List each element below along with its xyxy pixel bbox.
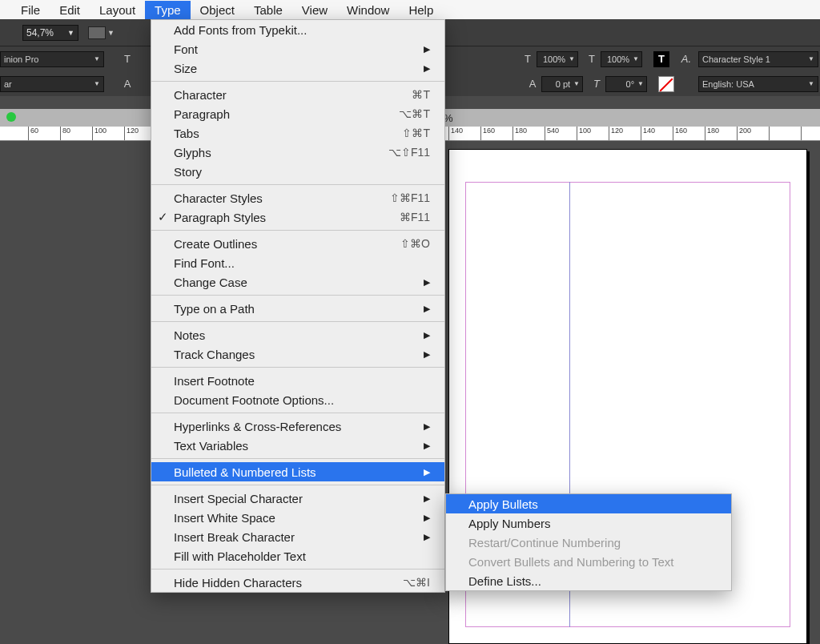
menu-item-label: Change Case: [174, 276, 409, 289]
menu-item[interactable]: Text Variables▶: [151, 436, 444, 455]
ruler-tick: 160: [480, 127, 495, 141]
menu-item-label: Insert Break Character: [174, 530, 409, 544]
ruler-tick: 540: [545, 127, 559, 141]
menu-item-label: Add Fonts from Typekit...: [174, 23, 430, 37]
horizontal-scale-icon: T: [519, 50, 537, 68]
ruler-tick: 200: [737, 127, 751, 141]
menu-item[interactable]: Fill with Placeholder Text: [151, 546, 444, 566]
font-family-select[interactable]: inion Pro▼: [0, 51, 104, 67]
horizontal-scale-input[interactable]: 100%▼: [537, 51, 578, 67]
ruler-tick: [769, 127, 771, 141]
submenu-item-label: Apply Bullets: [468, 497, 717, 511]
menu-item[interactable]: Insert White Space▶: [151, 508, 444, 527]
menu-item[interactable]: Change Case▶: [151, 272, 444, 292]
menu-item-label: Character Styles: [174, 191, 366, 205]
menu-item-label: Paragraph Styles: [174, 211, 376, 224]
menu-item[interactable]: Story: [151, 162, 444, 181]
menu-item-label: Find Font...: [174, 256, 430, 270]
view-options[interactable]: ▼: [88, 26, 115, 39]
stroke-swatch[interactable]: [658, 76, 674, 92]
menu-item[interactable]: Font▶: [151, 39, 444, 58]
character-panel-icon[interactable]: A.: [677, 50, 695, 68]
menu-item-label: Glyphs: [174, 146, 364, 159]
submenu-item-label: Define Lists...: [468, 574, 717, 588]
window-controls[interactable]: [6, 112, 16, 122]
menu-item-shortcut: ⇧⌘O: [376, 237, 430, 250]
menu-window[interactable]: Window: [337, 1, 399, 19]
submenu-item-label: Apply Numbers: [468, 517, 717, 530]
font-style-value: ar: [4, 79, 12, 89]
leading-icon: A: [119, 75, 136, 93]
type-dropdown-menu: Add Fonts from Typekit...Font▶Size▶Chara…: [151, 19, 445, 593]
vertical-scale-input[interactable]: 100%▼: [601, 51, 642, 67]
menu-item-shortcut: ⌘T: [388, 88, 430, 101]
font-style-select[interactable]: ar▼: [0, 76, 104, 92]
menu-view[interactable]: View: [292, 1, 337, 19]
menu-table[interactable]: Table: [244, 1, 292, 19]
menu-item[interactable]: Glyphs⌥⇧F11: [151, 143, 444, 162]
submenu-item[interactable]: Apply Numbers: [446, 513, 731, 533]
menu-item[interactable]: Hide Hidden Characters⌥⌘I: [151, 573, 444, 592]
menu-item-label: Fill with Placeholder Text: [174, 549, 430, 563]
character-style-select[interactable]: Character Style 1▼: [698, 51, 818, 67]
zoom-value: 54,7%: [26, 27, 54, 38]
menu-item-shortcut: ⇧⌘F11: [366, 191, 430, 204]
menu-item-label: Tabs: [174, 127, 378, 140]
menu-item[interactable]: Find Font...: [151, 253, 444, 272]
baseline-shift-icon: A: [524, 75, 541, 93]
menu-item[interactable]: Insert Break Character▶: [151, 527, 444, 546]
menu-layout[interactable]: Layout: [90, 1, 145, 19]
menu-item-shortcut: ⌥⌘I: [379, 576, 430, 589]
submenu-item[interactable]: Apply Bullets: [446, 494, 731, 513]
menu-item[interactable]: Tabs⇧⌘T: [151, 123, 444, 143]
menu-item[interactable]: Create Outlines⇧⌘O: [151, 234, 444, 253]
menu-item[interactable]: Insert Footnote: [151, 371, 444, 390]
baseline-shift-input[interactable]: 0 pt▼: [541, 76, 583, 92]
submenu-item[interactable]: Define Lists...: [446, 571, 731, 590]
menu-item-label: Font: [174, 42, 409, 56]
traffic-light-icon[interactable]: [6, 112, 16, 122]
menu-item-label: Insert White Space: [174, 511, 409, 525]
menu-file[interactable]: File: [11, 1, 50, 19]
skew-icon: T: [588, 75, 605, 93]
menu-item[interactable]: Bulleted & Numbered Lists▶: [151, 462, 444, 481]
submenu-arrow-icon: ▶: [409, 532, 430, 542]
menu-item[interactable]: Track Changes▶: [151, 344, 444, 364]
menu-item[interactable]: Document Footnote Options...: [151, 390, 444, 409]
ruler-tick: 120: [124, 127, 139, 141]
menu-type[interactable]: Type: [145, 1, 191, 19]
menu-item[interactable]: Type on a Path▶: [151, 299, 444, 318]
submenu-arrow-icon: ▶: [409, 63, 430, 74]
menu-help[interactable]: Help: [399, 1, 443, 19]
menu-item[interactable]: ✓Paragraph Styles⌘F11: [151, 207, 444, 227]
menu-item-label: Size: [174, 62, 409, 75]
menu-item[interactable]: Hyperlinks & Cross-References▶: [151, 417, 444, 436]
ruler-tick: 140: [641, 127, 655, 141]
menu-item-label: Insert Footnote: [174, 374, 430, 388]
submenu-arrow-icon: ▶: [409, 349, 430, 360]
menu-item[interactable]: Insert Special Character▶: [151, 489, 444, 508]
ruler-tick: [801, 127, 803, 141]
submenu-arrow-icon: ▶: [409, 513, 430, 523]
menu-item-label: Hide Hidden Characters: [174, 576, 379, 590]
menu-item[interactable]: Size▶: [151, 58, 444, 78]
zoom-level-select[interactable]: 54,7% ▼: [22, 25, 78, 41]
menu-item-label: Notes: [174, 328, 409, 342]
menu-item[interactable]: Character⌘T: [151, 85, 444, 104]
menu-item-label: Text Variables: [174, 439, 409, 453]
menu-object[interactable]: Object: [191, 1, 244, 19]
fill-swatch[interactable]: T: [653, 51, 669, 67]
menu-item[interactable]: Character Styles⇧⌘F11: [151, 188, 444, 207]
menu-edit[interactable]: Edit: [50, 1, 90, 19]
menu-item-label: Insert Special Character: [174, 492, 409, 505]
menu-item[interactable]: Add Fonts from Typekit...: [151, 20, 444, 39]
submenu-arrow-icon: ▶: [409, 493, 430, 504]
menu-item[interactable]: Paragraph⌥⌘T: [151, 104, 444, 123]
menu-item[interactable]: Notes▶: [151, 325, 444, 344]
language-select[interactable]: English: USA▼: [698, 76, 818, 92]
skew-input[interactable]: 0°▼: [605, 76, 647, 92]
ruler-tick: 60: [28, 127, 38, 141]
submenu-arrow-icon: ▶: [409, 304, 430, 314]
view-thumb-icon: [88, 26, 106, 39]
menu-item-label: Hyperlinks & Cross-References: [174, 420, 409, 433]
